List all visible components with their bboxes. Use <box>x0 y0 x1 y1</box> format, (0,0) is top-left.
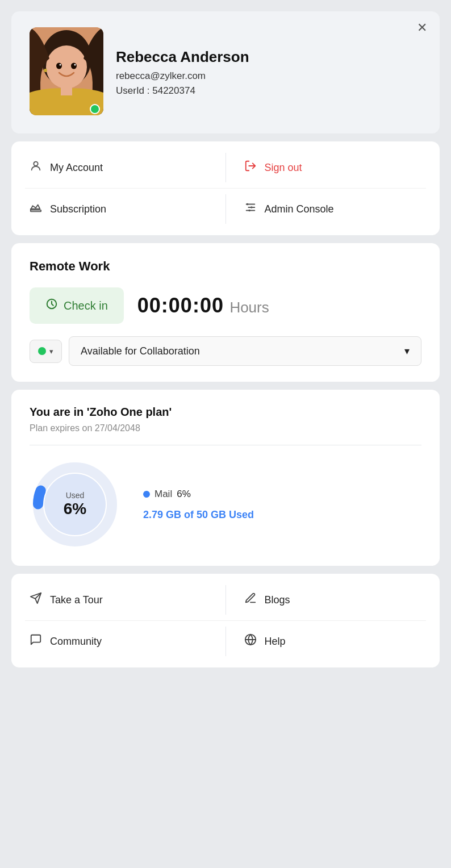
my-account-label: My Account <box>50 162 103 174</box>
subscription-label: Subscription <box>50 203 106 215</box>
menu-row-2: Subscription Admin Console <box>11 189 440 229</box>
profile-info: Rebecca Anderson rebecca@zylker.com User… <box>116 48 421 97</box>
online-indicator <box>90 104 100 114</box>
mail-legend-dot <box>143 491 150 498</box>
donut-center: Used 6% <box>64 491 86 518</box>
send-icon <box>30 592 42 608</box>
status-chevron-icon: ▾ <box>49 347 53 356</box>
hours-label: Hours <box>229 299 269 316</box>
timer-display: 00:00:00 <box>137 294 224 317</box>
sliders-icon <box>244 201 257 217</box>
checkin-button[interactable]: Check in <box>30 287 124 324</box>
admin-console-item[interactable]: Admin Console <box>226 189 440 229</box>
crown-icon <box>30 201 42 217</box>
svg-point-7 <box>60 64 61 66</box>
plan-divider <box>30 445 421 445</box>
storage-row: Used 6% Mail 6% 2.79 GB of 50 GB Used <box>30 459 421 550</box>
remote-work-title: Remote Work <box>30 259 421 274</box>
clock-icon <box>45 298 58 314</box>
avatar <box>30 27 103 115</box>
svg-point-9 <box>44 69 47 72</box>
donut-chart: Used 6% <box>30 459 120 550</box>
storage-details: Mail 6% 2.79 GB of 50 GB Used <box>143 489 421 521</box>
signout-icon <box>244 160 257 176</box>
svg-rect-12 <box>31 210 41 212</box>
subscription-item[interactable]: Subscription <box>11 189 226 229</box>
remote-work-card: Remote Work Check in 00:00:00 Hours ▾ <box>11 243 440 382</box>
take-tour-label: Take a Tour <box>50 594 103 606</box>
svg-point-16 <box>246 203 248 206</box>
status-dot-button[interactable]: ▾ <box>30 340 62 363</box>
help-label: Help <box>265 636 286 648</box>
blogs-item[interactable]: Blogs <box>226 579 440 620</box>
donut-pct-label: 6% <box>64 500 86 518</box>
my-account-item[interactable]: My Account <box>11 147 226 188</box>
footer-row-2: Community Help <box>11 621 440 662</box>
pencil-icon <box>244 592 257 608</box>
avatar-wrap <box>30 27 103 118</box>
take-tour-item[interactable]: Take a Tour <box>11 579 226 620</box>
mail-label: Mail <box>154 489 172 500</box>
globe-icon <box>244 633 257 649</box>
green-status-dot <box>38 347 46 355</box>
footer-card: Take a Tour Blogs <box>11 574 440 667</box>
timer-display-wrap: 00:00:00 Hours <box>137 294 269 318</box>
svg-point-17 <box>250 206 253 208</box>
svg-rect-4 <box>61 85 72 95</box>
collab-chevron-icon: ▾ <box>404 345 410 357</box>
donut-used-label: Used <box>64 491 86 500</box>
blogs-label: Blogs <box>265 594 290 606</box>
storage-total-label: of 50 GB Used <box>184 509 254 520</box>
main-panel: ✕ <box>11 11 440 857</box>
admin-console-label: Admin Console <box>265 203 334 215</box>
sign-out-item[interactable]: Sign out <box>226 147 440 188</box>
storage-gb-used: 2.79 GB <box>143 509 181 520</box>
profile-email: rebecca@zylker.com <box>116 70 421 82</box>
profile-name: Rebecca Anderson <box>116 48 421 66</box>
checkin-label: Check in <box>64 299 108 312</box>
community-item[interactable]: Community <box>11 621 226 662</box>
footer-row-1: Take a Tour Blogs <box>11 579 440 620</box>
plan-title-prefix: You are in <box>30 406 87 418</box>
plan-name: 'Zoho One plan' <box>87 406 172 418</box>
svg-point-18 <box>248 210 250 212</box>
help-item[interactable]: Help <box>226 621 440 662</box>
svg-point-8 <box>74 64 76 66</box>
plan-expires: Plan expires on 27/04/2048 <box>30 423 421 433</box>
svg-point-10 <box>34 162 37 166</box>
mail-pct: 6% <box>177 489 191 500</box>
menu-row-1: My Account Sign out <box>11 147 440 188</box>
community-label: Community <box>50 636 102 648</box>
storage-used-text: 2.79 GB of 50 GB Used <box>143 509 421 521</box>
svg-point-6 <box>71 63 77 69</box>
plan-title: You are in 'Zoho One plan' <box>30 406 421 419</box>
checkin-row: Check in 00:00:00 Hours <box>30 287 421 324</box>
profile-userid: UserId : 54220374 <box>116 85 421 97</box>
sign-out-label: Sign out <box>265 162 302 174</box>
status-row: ▾ Available for Collaboration ▾ <box>30 336 421 366</box>
chat-icon <box>30 633 42 649</box>
collab-status-label: Available for Collaboration <box>81 345 200 357</box>
svg-point-3 <box>46 45 87 89</box>
menu-card: My Account Sign out <box>11 141 440 235</box>
collaboration-select[interactable]: Available for Collaboration ▾ <box>69 336 421 366</box>
plan-card: You are in 'Zoho One plan' Plan expires … <box>11 390 440 566</box>
profile-card: ✕ <box>11 11 440 133</box>
close-button[interactable]: ✕ <box>417 22 427 34</box>
mail-legend: Mail 6% <box>143 489 421 500</box>
svg-point-5 <box>56 63 62 69</box>
person-icon <box>30 160 42 176</box>
